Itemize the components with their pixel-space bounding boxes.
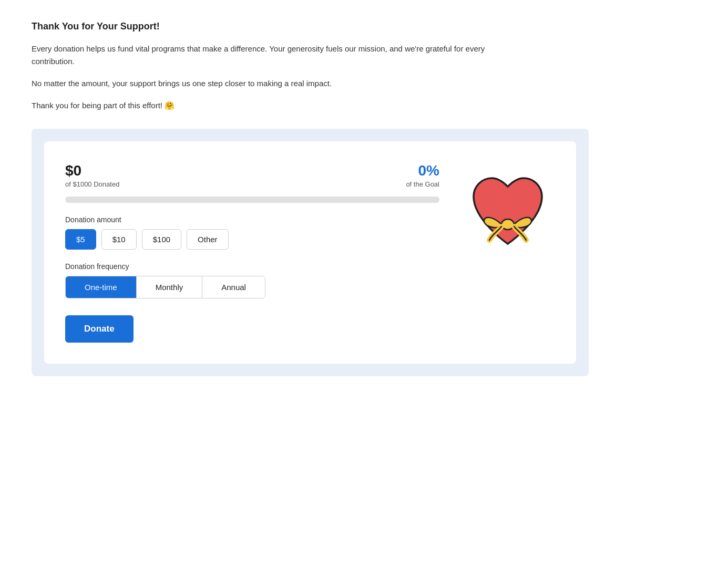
- intro-paragraph3: Thank you for being part of this effort!…: [32, 99, 505, 112]
- donation-wrapper: $0 of $1000 Donated 0% of the Goal Donat…: [32, 129, 589, 376]
- intro-paragraph1: Every donation helps us fund vital progr…: [32, 43, 505, 68]
- donation-card: $0 of $1000 Donated 0% of the Goal Donat…: [44, 141, 576, 364]
- amount-buttons: $5 $10 $100 Other: [65, 229, 439, 250]
- percent-label: of the Goal: [406, 180, 439, 188]
- frequency-label: Donation frequency: [65, 262, 439, 271]
- amount-btn-5[interactable]: $5: [65, 229, 96, 250]
- frequency-buttons: One-time Monthly Annual: [65, 276, 265, 298]
- percent-value: 0%: [418, 162, 439, 179]
- intro-paragraph2: No matter the amount, your support bring…: [32, 77, 505, 90]
- of-goal-label: of $1000 Donated: [65, 180, 119, 188]
- donated-amount: $0: [65, 162, 119, 179]
- amount-donated: $0 of $1000 Donated: [65, 162, 119, 188]
- freq-btn-onetime[interactable]: One-time: [66, 276, 137, 298]
- heart-illustration: [460, 162, 555, 257]
- progress-bar-track: [65, 197, 439, 203]
- donation-form: $0 of $1000 Donated 0% of the Goal Donat…: [65, 162, 439, 343]
- amount-btn-100[interactable]: $100: [142, 229, 181, 250]
- amount-row: $0 of $1000 Donated 0% of the Goal: [65, 162, 439, 188]
- donation-amount-label: Donation amount: [65, 215, 439, 224]
- freq-btn-annual[interactable]: Annual: [202, 276, 265, 298]
- intro-title: Thank You for Your Support!: [32, 21, 505, 32]
- donate-button[interactable]: Donate: [65, 315, 134, 343]
- goal-percent: 0% of the Goal: [406, 162, 439, 188]
- amount-btn-10[interactable]: $10: [101, 229, 137, 250]
- intro-section: Thank You for Your Support! Every donati…: [32, 21, 505, 112]
- freq-btn-monthly[interactable]: Monthly: [137, 276, 203, 298]
- amount-btn-other[interactable]: Other: [187, 229, 229, 250]
